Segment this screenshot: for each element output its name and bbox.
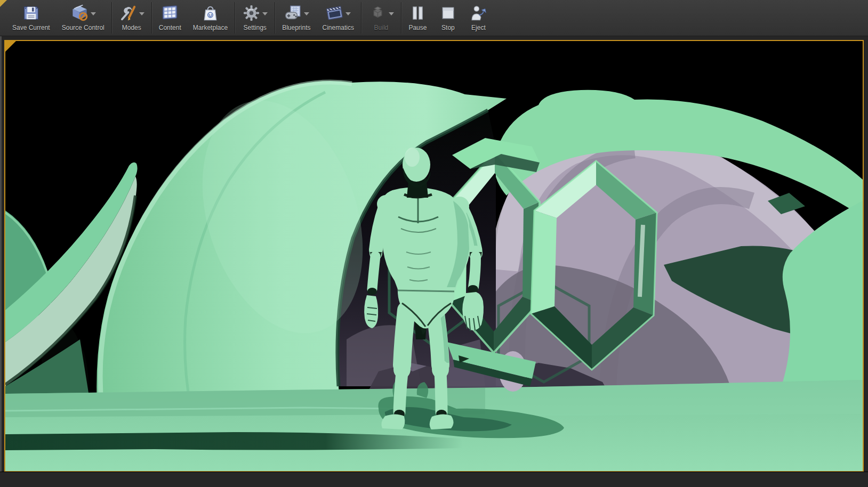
cinematics-icon xyxy=(325,4,344,22)
cinematics-button[interactable]: Cinematics xyxy=(317,0,360,36)
toolbar-groups: Save CurrentSource ControlModesContentMa… xyxy=(6,0,494,36)
save-current-button[interactable]: Save Current xyxy=(6,0,56,36)
toolbar-group: Modes xyxy=(113,0,150,36)
stop-icon xyxy=(439,4,457,22)
left-hand xyxy=(364,295,378,328)
blueprints-icon xyxy=(284,4,302,22)
toolbar-button-label: Stop xyxy=(441,25,455,31)
left-foot xyxy=(381,415,405,430)
toolbar-separator xyxy=(275,2,275,34)
modes-icon xyxy=(119,4,138,22)
toolbar-separator xyxy=(111,2,112,34)
bottom-frame xyxy=(0,472,868,487)
toolbar-group: PauseStopEject xyxy=(403,0,494,36)
content-button[interactable]: Content xyxy=(153,0,187,36)
toolbar-button-label: Modes xyxy=(122,25,141,31)
toolbar-button-label: Blueprints xyxy=(282,25,310,31)
marketplace-button[interactable]: Marketplace xyxy=(187,0,234,36)
viewport-corner-wedge xyxy=(5,41,16,52)
modes-button[interactable]: Modes xyxy=(113,0,150,36)
toolbar-button-label: Pause xyxy=(408,25,427,31)
toolbar-button-label: Build xyxy=(374,25,389,31)
toolbar-button-label: Save Current xyxy=(12,25,50,31)
toolbar-button-label: Source Control xyxy=(62,25,105,31)
toolbar-separator xyxy=(151,2,152,34)
toolbar-group: Save CurrentSource Control xyxy=(6,0,110,36)
dropdown-caret-icon[interactable] xyxy=(262,12,268,15)
save-icon xyxy=(22,4,41,22)
pause-button[interactable]: Pause xyxy=(403,0,433,36)
right-foot xyxy=(430,414,454,429)
toolbar-button-label: Settings xyxy=(243,25,266,31)
pause-icon xyxy=(408,4,427,22)
dropdown-caret-icon[interactable] xyxy=(91,12,96,15)
blueprints-button[interactable]: Blueprints xyxy=(276,0,316,36)
main-toolbar: Save CurrentSource ControlModesContentMa… xyxy=(0,0,868,36)
build-icon xyxy=(368,4,387,22)
toolbar-group: BlueprintsCinematics xyxy=(276,0,360,36)
dropdown-caret-icon[interactable] xyxy=(345,12,351,15)
game-viewport[interactable] xyxy=(4,40,864,472)
toolbar-button-label: Eject xyxy=(471,25,486,31)
toolbar-button-label: Marketplace xyxy=(193,25,228,31)
toolbar-button-label: Cinematics xyxy=(323,25,354,31)
toolbar-corner-wedge xyxy=(0,0,7,7)
eject-button[interactable]: Eject xyxy=(463,0,494,36)
eject-icon xyxy=(469,4,488,22)
marketplace-icon xyxy=(201,4,220,22)
dropdown-caret-icon[interactable] xyxy=(389,12,394,15)
toolbar-separator xyxy=(361,2,361,34)
toolbar-group: Build xyxy=(363,0,400,36)
toolbar-separator xyxy=(235,2,235,34)
dropdown-caret-icon[interactable] xyxy=(304,12,309,15)
rendered-3d-scene xyxy=(5,41,863,471)
build-button: Build xyxy=(363,0,400,36)
settings-icon xyxy=(242,4,261,22)
source-control-icon xyxy=(70,4,89,22)
toolbar-group: Settings xyxy=(236,0,274,36)
toolbar-separator xyxy=(401,2,401,34)
stop-button[interactable]: Stop xyxy=(433,0,463,36)
source-control-button[interactable]: Source Control xyxy=(56,0,110,36)
unreal-editor-window: Save CurrentSource ControlModesContentMa… xyxy=(0,0,868,487)
toolbar-button-label: Content xyxy=(159,25,181,31)
window-edge xyxy=(0,0,2,487)
toolbar-group: ContentMarketplace xyxy=(153,0,234,36)
content-icon xyxy=(160,4,179,22)
settings-button[interactable]: Settings xyxy=(236,0,274,36)
dropdown-caret-icon[interactable] xyxy=(139,12,144,15)
